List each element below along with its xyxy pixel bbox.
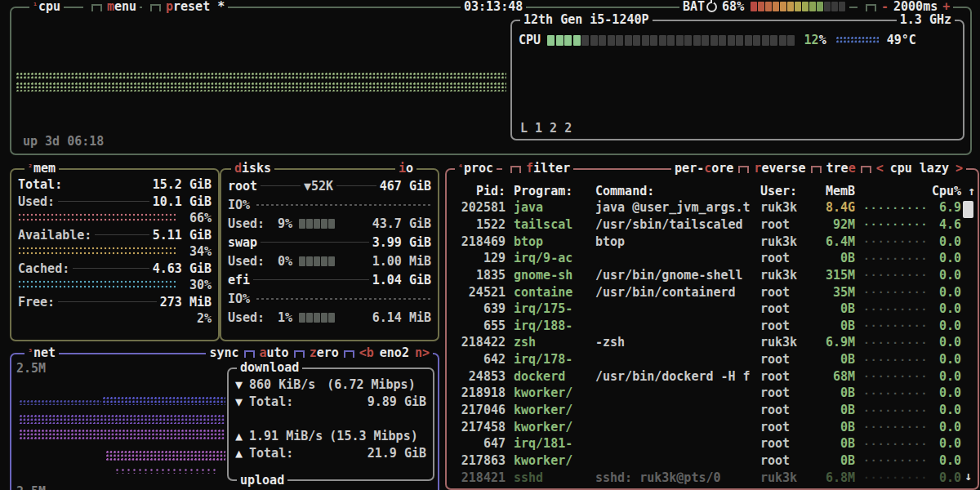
cell-pid: 642 bbox=[455, 352, 506, 367]
preset-hotkey: p bbox=[166, 0, 173, 14]
cpu-graph-upper bbox=[16, 73, 506, 79]
mem-used-row: Used: 10.1 GiB bbox=[11, 194, 218, 211]
cpu-usage-percent: 12 bbox=[804, 33, 819, 47]
col-command[interactable]: Command: bbox=[595, 184, 760, 198]
iface-next-button[interactable]: n> bbox=[415, 345, 430, 361]
tab-net[interactable]: ³ net bbox=[24, 345, 59, 361]
table-row[interactable]: 647 irq/181- root 0B ········· 0.0 bbox=[447, 435, 978, 452]
mem-total-value: 15.2 GiB bbox=[153, 177, 212, 192]
mem-cached-label: Cached: bbox=[18, 261, 69, 276]
download-speed: 860 KiB/s bbox=[249, 377, 315, 394]
table-row[interactable]: 1835 gnome-sh /usr/bin/gnome-shell ruk3k… bbox=[447, 267, 978, 284]
table-row[interactable]: 217046 kworker/ root 0B ········· 0.0 bbox=[447, 402, 978, 419]
download-total-value: 9.89 GiB bbox=[293, 394, 426, 412]
disk-swap-used-meter bbox=[299, 256, 336, 266]
scroll-down-arrow[interactable]: ↓ bbox=[964, 469, 972, 483]
mem-box: ² mem Total: 15.2 GiB Used: 10.1 GiB 66%… bbox=[10, 168, 220, 341]
filter-label: ilter bbox=[533, 161, 570, 176]
mem-used-label: Used: bbox=[18, 194, 55, 209]
table-row[interactable]: 218918 kworker/ root 0B ········· 0.0 bbox=[447, 385, 978, 402]
cell-program: kworker/ bbox=[514, 385, 595, 400]
table-row[interactable]: 24853 dockerd /usr/bin/dockerd -H f root… bbox=[447, 368, 978, 385]
col-memb[interactable]: MemB bbox=[809, 184, 855, 198]
download-title: download bbox=[237, 359, 302, 376]
sync-button[interactable]: sync bbox=[209, 345, 238, 361]
sort-prev-button[interactable]: < bbox=[876, 160, 884, 176]
per-core-button[interactable]: per-core bbox=[675, 160, 733, 176]
cell-cpu-graph: ········· bbox=[863, 252, 915, 265]
tab-disks[interactable]: disks bbox=[231, 160, 274, 176]
tab-mem[interactable]: ² mem bbox=[24, 160, 59, 176]
table-row[interactable]: 639 irq/175- root 0B ········· 0.0 bbox=[447, 301, 978, 318]
col-pid[interactable]: Pid: bbox=[455, 184, 506, 198]
cpu-tab-number: ¹ bbox=[33, 0, 38, 15]
mem-available-percent: 34% bbox=[184, 244, 212, 259]
table-row[interactable]: 218421 sshd sshd: ruk3k@pts/0 ruk3k 6.8M… bbox=[447, 469, 978, 486]
preset-button[interactable]: preset * bbox=[142, 0, 228, 15]
border-connector bbox=[244, 350, 255, 358]
tree-button[interactable]: tree bbox=[826, 160, 856, 176]
table-row[interactable]: 218469 btop btop ruk3k 6.4M ········· 0.… bbox=[447, 233, 978, 250]
table-row[interactable]: 217458 kworker/ root 0B ········· 0.0 bbox=[447, 418, 978, 435]
table-row[interactable]: 217863 kworker/ root 0B ········· 0.0 bbox=[447, 452, 978, 470]
cell-cpu-percent: 0.0 bbox=[919, 369, 961, 384]
upload-speed-row: ▲ 1.91 MiB/s (15.3 Mibps) bbox=[235, 429, 426, 446]
reverse-label: everse bbox=[761, 161, 805, 176]
table-row[interactable]: 1522 tailscal /usr/sbin/tailscaled root … bbox=[447, 216, 978, 234]
cell-program: kworker/ bbox=[514, 420, 595, 434]
table-row[interactable]: 655 irq/188- root 0B ········· 0.0 bbox=[447, 317, 978, 334]
col-user[interactable]: User: bbox=[760, 184, 809, 198]
upload-speed-bits: (15.3 Mibps) bbox=[329, 429, 417, 446]
cell-user: ruk3k bbox=[760, 200, 809, 215]
mem-available-value: 5.11 GiB bbox=[153, 228, 212, 243]
cell-cpu-graph: ········· bbox=[863, 471, 915, 483]
cell-program: btop bbox=[514, 234, 595, 249]
tab-io[interactable]: io bbox=[395, 160, 416, 176]
cell-pid: 24521 bbox=[455, 285, 506, 300]
table-row[interactable]: 24521 containe /usr/bin/containerd root … bbox=[447, 283, 978, 301]
cell-memb: 0B bbox=[809, 318, 855, 333]
cell-memb: 0B bbox=[809, 420, 855, 434]
border-connector bbox=[294, 350, 305, 358]
download-speed-row: ▼ 860 KiB/s (6.72 Mibps) bbox=[235, 377, 426, 394]
cell-cpu-graph: ········· bbox=[863, 454, 915, 466]
cell-program: dockerd bbox=[514, 369, 595, 384]
reverse-button[interactable]: reverse bbox=[754, 160, 805, 176]
sort-selection: cpu lazy bbox=[890, 160, 949, 176]
sort-next-button[interactable]: > bbox=[956, 160, 963, 176]
menu-button[interactable]: menu bbox=[83, 0, 140, 15]
tab-proc[interactable]: ⁴ proc bbox=[455, 160, 497, 176]
cell-user: root bbox=[760, 385, 809, 400]
disks-tab-label: isks bbox=[242, 161, 271, 176]
border-connector bbox=[510, 166, 521, 173]
col-program[interactable]: Program: bbox=[514, 184, 595, 198]
table-row[interactable]: 202581 java java @user_jvm_args.t ruk3k … bbox=[447, 199, 978, 216]
cell-user: root bbox=[760, 369, 809, 384]
ms-decrease-button[interactable]: - bbox=[881, 0, 889, 15]
cell-memb: 6.4M bbox=[809, 234, 855, 249]
auto-button[interactable]: auto bbox=[260, 345, 289, 361]
scrollbar-thumb[interactable] bbox=[963, 201, 973, 218]
download-speed-bits: (6.72 Mibps) bbox=[327, 377, 415, 394]
border-connector bbox=[344, 350, 354, 358]
table-row[interactable]: 642 irq/178- root 0B ········· 0.0 bbox=[447, 351, 978, 368]
cell-cpu-graph: ········· bbox=[863, 319, 915, 332]
cell-user: root bbox=[760, 217, 809, 232]
io-percent-label: IO% bbox=[228, 198, 250, 212]
upload-arrow-icon: ▲ bbox=[235, 446, 243, 463]
filter-button[interactable]: filter bbox=[502, 160, 573, 176]
scroll-up-arrow[interactable]: ↑ bbox=[968, 184, 975, 198]
col-cpu[interactable]: Cpu% bbox=[919, 184, 961, 198]
table-row[interactable]: 129 irq/9-ac root 0B ········· 0.0 bbox=[447, 250, 978, 267]
cell-cpu-graph: ········· bbox=[863, 286, 915, 298]
disk-root-row: root ▼52K 467 GiB bbox=[221, 176, 438, 195]
iface-prev-button[interactable]: <b bbox=[359, 345, 374, 361]
upload-total-label: Total: bbox=[249, 446, 293, 463]
net-upload-graph-seg bbox=[20, 430, 225, 440]
disks-hotkey: d bbox=[234, 161, 242, 176]
tab-cpu[interactable]: ¹ cpu bbox=[29, 0, 64, 15]
tree-pre: tre bbox=[826, 161, 849, 176]
zero-button[interactable]: zero bbox=[310, 345, 339, 361]
table-row[interactable]: 218422 zsh -zsh ruk3k 6.9M ········· 0.0 bbox=[447, 334, 978, 351]
per-core-pre: per- bbox=[675, 161, 704, 176]
